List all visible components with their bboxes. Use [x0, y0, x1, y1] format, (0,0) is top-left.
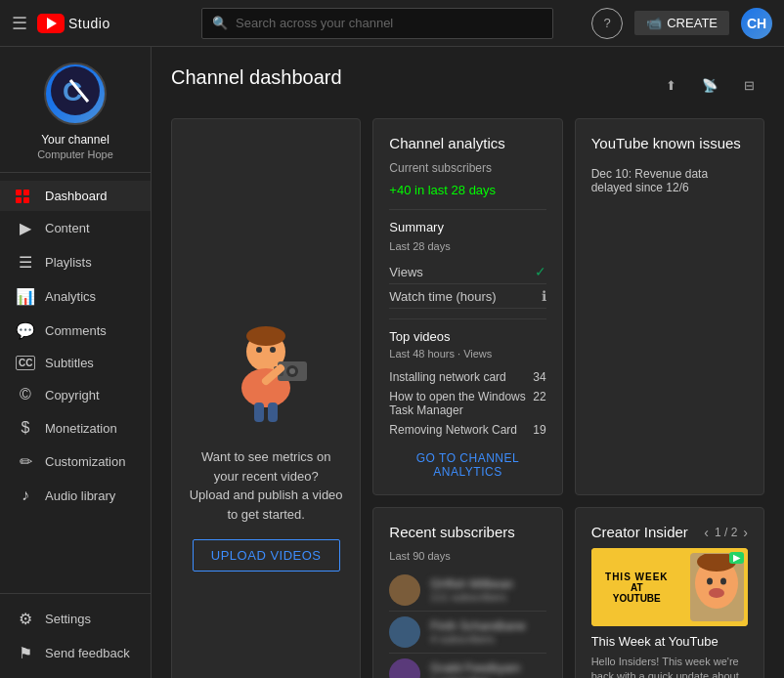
- live-badge: ▶: [729, 552, 744, 564]
- search-icon: 🔍: [212, 16, 228, 30]
- creator-desc: Hello Insiders! This week we're back wit…: [591, 655, 748, 678]
- svg-point-6: [270, 347, 276, 353]
- settings-icon: ⚙: [16, 610, 35, 628]
- upload-illustration: [207, 315, 325, 432]
- main-content: Channel dashboard ⬆ 📡 ⊟: [152, 47, 784, 678]
- avatar-letter: C: [51, 66, 100, 122]
- search-placeholder: Search across your channel: [236, 16, 393, 30]
- upload-card: Want to see metrics on your recent video…: [171, 118, 361, 678]
- channel-logo-svg: C: [51, 66, 100, 115]
- video-row-1: How to open the Windows Task Manager 22: [389, 387, 545, 420]
- nav-items: Dashboard ▶ Content ☰ Playlists 📊 Analyt…: [0, 173, 151, 593]
- topbar-right: ? 📹 CREATE CH: [591, 8, 772, 39]
- video-2-views: 19: [533, 423, 545, 437]
- grid-view-icon-btn[interactable]: ⊟: [733, 70, 764, 102]
- sidebar-item-analytics[interactable]: 📊 Analytics: [0, 279, 151, 314]
- sidebar-item-copyright[interactable]: © Copyright: [0, 378, 151, 411]
- channel-avatar[interactable]: C: [44, 63, 107, 125]
- create-camera-icon: 📹: [646, 16, 662, 30]
- topbar-actions: ⬆ 📡 ⊟: [655, 70, 764, 102]
- sidebar-item-audio-library[interactable]: ♪ Audio library: [0, 479, 151, 512]
- sidebar-item-playlists[interactable]: ☰ Playlists: [0, 245, 151, 279]
- hamburger-menu[interactable]: ☰: [12, 13, 27, 34]
- sidebar-item-settings-label: Settings: [45, 612, 91, 626]
- sidebar-item-monetization[interactable]: $ Monetization: [0, 411, 151, 445]
- sub-avatar-0: [389, 574, 420, 606]
- svg-point-17: [720, 578, 726, 585]
- customization-icon: ✏: [16, 452, 35, 471]
- summary-period: Last 28 days: [389, 240, 545, 252]
- sidebar-item-comments[interactable]: 💬 Comments: [0, 314, 151, 348]
- sub-info-2: Graild Feedbyam 1 subscriber: [430, 661, 545, 678]
- content-icon: ▶: [16, 219, 35, 237]
- sub-name-0: GHfish Millbean: [430, 577, 545, 591]
- subscribers-label: Current subscribers: [389, 161, 545, 175]
- copyright-icon: ©: [16, 386, 35, 403]
- analytics-card: Channel analytics Current subscribers +4…: [372, 118, 562, 495]
- live-icon-btn[interactable]: 📡: [694, 70, 725, 102]
- search-box[interactable]: 🔍 Search across your channel: [201, 8, 553, 39]
- thumbnail-line2: AT: [631, 582, 643, 593]
- video-0-views: 34: [533, 370, 545, 384]
- svg-point-5: [256, 347, 262, 353]
- creator-prev-arrow[interactable]: ‹: [704, 525, 709, 540]
- issue-item-0: Dec 10: Revenue data delayed since 12/6: [591, 161, 748, 200]
- sidebar-item-feedback[interactable]: ⚑ Send feedback: [0, 636, 151, 670]
- svg-point-16: [707, 578, 713, 585]
- creator-nav: Creator Insider ‹ 1 / 2 ›: [591, 524, 748, 540]
- upload-prompt-text: Want to see metrics on your recent video…: [188, 447, 344, 524]
- creator-next-arrow[interactable]: ›: [743, 525, 748, 540]
- video-1-views: 22: [533, 390, 545, 417]
- channel-subtitle-label: Computer Hope: [37, 148, 113, 160]
- search-area: 🔍 Search across your channel: [163, 8, 591, 39]
- sidebar-item-content-label: Content: [45, 221, 90, 235]
- create-button[interactable]: 📹 CREATE: [634, 11, 729, 35]
- sidebar-item-comments-label: Comments: [45, 323, 107, 338]
- issue-date: Dec 10:: [591, 167, 632, 181]
- subscriber-item-1: Finth Schandbane 4 subscribers: [389, 612, 545, 654]
- sub-count-0: 111 subscribers: [430, 591, 545, 603]
- go-to-analytics-link[interactable]: GO TO CHANNEL ANALYTICS: [389, 451, 545, 479]
- svg-point-18: [709, 588, 724, 598]
- monetization-icon: $: [16, 419, 35, 437]
- sidebar-item-settings[interactable]: ⚙ Settings: [0, 602, 151, 636]
- creator-face-svg: [692, 554, 741, 620]
- sidebar-item-subtitles[interactable]: CC Subtitles: [0, 348, 151, 378]
- user-avatar[interactable]: CH: [741, 8, 772, 39]
- creator-page-current: 1: [715, 526, 721, 539]
- analytics-icon: 📊: [16, 287, 35, 306]
- creator-page-total: 2: [731, 526, 738, 539]
- help-button[interactable]: ?: [591, 8, 623, 39]
- upload-videos-button[interactable]: UPLOAD VIDEOS: [193, 539, 340, 572]
- sub-name-2: Graild Feedbyam: [430, 661, 545, 675]
- known-issues-card: YouTube known issues Dec 10: Revenue dat…: [575, 118, 764, 495]
- creator-thumbnail[interactable]: THIS WEEK AT YOUTUBE: [591, 548, 748, 626]
- metric-watchtime-icon: ℹ: [542, 288, 546, 304]
- upload-icon-btn[interactable]: ⬆: [655, 70, 686, 102]
- sub-avatar-1: [389, 616, 420, 648]
- sidebar-item-analytics-label: Analytics: [45, 289, 96, 304]
- topbar-left: ☰ Studio: [12, 13, 163, 34]
- sidebar-item-content[interactable]: ▶ Content: [0, 211, 151, 245]
- summary-header: Summary: [389, 220, 545, 234]
- subtitles-icon: CC: [16, 356, 35, 370]
- sidebar-item-dashboard[interactable]: Dashboard: [0, 181, 151, 211]
- thumbnail-line3: YOUTUBE: [613, 593, 661, 604]
- creator-insider-card: Creator Insider ‹ 1 / 2 ›: [575, 507, 764, 678]
- metric-watchtime: Watch time (hours) ℹ: [389, 284, 545, 309]
- video-0-title: Installing network card: [389, 370, 533, 384]
- sidebar-item-dashboard-label: Dashboard: [45, 189, 108, 203]
- page-title: Channel dashboard: [171, 66, 342, 89]
- svg-rect-13: [254, 403, 264, 422]
- video-1-title: How to open the Windows Task Manager: [389, 390, 533, 417]
- sidebar-item-playlists-label: Playlists: [45, 255, 92, 270]
- create-label: CREATE: [667, 16, 718, 30]
- sidebar-item-feedback-label: Send feedback: [45, 646, 130, 660]
- video-row-0: Installing network card 34: [389, 367, 545, 387]
- creator-pagination: ‹ 1 / 2 ›: [704, 525, 748, 540]
- svg-point-7: [246, 326, 285, 346]
- known-issues-title: YouTube known issues: [591, 135, 748, 151]
- sidebar-item-customization[interactable]: ✏ Customization: [0, 445, 151, 479]
- sidebar: C Your channel Computer Hope Dashboard ▶…: [0, 47, 152, 678]
- thumbnail-line1: THIS WEEK: [605, 572, 669, 582]
